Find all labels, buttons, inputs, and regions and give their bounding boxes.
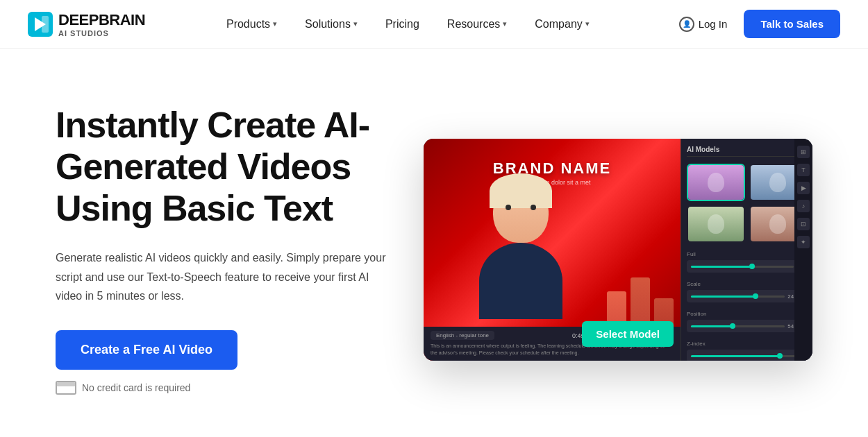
deepbrain-logo-icon bbox=[28, 12, 53, 37]
hero-description: Generate realistic AI videos quickly and… bbox=[56, 248, 389, 305]
credit-card-icon bbox=[56, 381, 76, 395]
select-model-button[interactable]: Select Model bbox=[582, 321, 674, 347]
position-control: 54 54 bbox=[687, 320, 807, 332]
logo-text-sub: AI STUDIOS bbox=[58, 29, 145, 37]
tool-icon-2[interactable]: T bbox=[797, 164, 810, 176]
ai-avatar bbox=[465, 180, 576, 319]
ai-models-panel: AI Models Full bbox=[681, 139, 812, 361]
tool-icon-6[interactable]: ✦ bbox=[797, 236, 810, 248]
nav-item-products[interactable]: Products ▾ bbox=[214, 12, 290, 36]
model-grid bbox=[687, 164, 807, 243]
scale-label: Scale bbox=[687, 281, 807, 287]
logo-text-main: DEEPBRAIN bbox=[58, 11, 145, 29]
login-button[interactable]: 👤 Log In bbox=[671, 11, 736, 37]
panel-full-section: Full 54 bbox=[687, 251, 807, 273]
language-pill: English - regular tone bbox=[431, 331, 494, 340]
zindex-label: Z-index bbox=[687, 341, 807, 347]
user-icon: 👤 bbox=[679, 17, 694, 32]
talk-to-sales-button[interactable]: Talk to Sales bbox=[744, 10, 840, 38]
full-control: 54 bbox=[687, 260, 807, 273]
nav-links: Products ▾ Solutions ▾ Pricing Resources… bbox=[214, 12, 602, 36]
zindex-control bbox=[687, 350, 807, 361]
chevron-down-icon: ▾ bbox=[353, 19, 358, 28]
panel-zindex-section: Z-index bbox=[687, 341, 807, 361]
product-screenshot: BRAND NAME Lorem ipsum dolor sit a met bbox=[424, 139, 812, 361]
panel-scale-section: Scale 24 24 bbox=[687, 281, 807, 302]
svg-rect-2 bbox=[42, 16, 49, 33]
tool-icon-3[interactable]: ▶ bbox=[797, 182, 810, 194]
model-thumb-3[interactable] bbox=[687, 205, 745, 243]
panel-title: AI Models bbox=[687, 146, 807, 157]
tool-icon-4[interactable]: ♪ bbox=[797, 200, 810, 212]
tool-icon-1[interactable]: ⊞ bbox=[797, 146, 810, 158]
chevron-down-icon: ▾ bbox=[585, 19, 590, 28]
hero-right: BRAND NAME Lorem ipsum dolor sit a met bbox=[424, 139, 812, 361]
nav-right: 👤 Log In Talk to Sales bbox=[671, 10, 840, 38]
brand-name-overlay: BRAND NAME bbox=[424, 160, 681, 178]
model-thumb-1[interactable] bbox=[687, 164, 745, 201]
nav-item-pricing[interactable]: Pricing bbox=[373, 12, 432, 36]
avatar-body bbox=[479, 243, 562, 319]
logo[interactable]: DEEPBRAIN AI STUDIOS bbox=[28, 11, 145, 37]
nav-item-resources[interactable]: Resources ▾ bbox=[435, 12, 519, 36]
position-label: Position bbox=[687, 311, 807, 317]
nav-item-company[interactable]: Company ▾ bbox=[522, 12, 601, 36]
no-credit-label: No credit card is required bbox=[56, 381, 417, 395]
panel-position-section: Position 54 54 bbox=[687, 311, 807, 332]
scale-control: 24 24 bbox=[687, 290, 807, 302]
hero-section: Instantly Create AI-Generated Videos Usi… bbox=[0, 49, 868, 437]
full-label: Full bbox=[687, 251, 807, 257]
tool-icon-5[interactable]: ⊡ bbox=[797, 218, 810, 230]
navbar: DEEPBRAIN AI STUDIOS Products ▾ Solution… bbox=[0, 0, 868, 49]
chevron-down-icon: ▾ bbox=[273, 19, 277, 28]
hero-left: Instantly Create AI-Generated Videos Usi… bbox=[56, 105, 417, 395]
nav-item-solutions[interactable]: Solutions ▾ bbox=[292, 12, 370, 36]
hero-title: Instantly Create AI-Generated Videos Usi… bbox=[56, 105, 417, 229]
tool-icon-column: ⊞ T ▶ ♪ ⊡ ✦ bbox=[794, 139, 812, 361]
avatar-head bbox=[493, 180, 549, 243]
chevron-down-icon: ▾ bbox=[503, 19, 507, 28]
create-free-video-button[interactable]: Create a Free AI Video bbox=[56, 330, 237, 370]
video-preview-area: BRAND NAME Lorem ipsum dolor sit a met bbox=[424, 139, 681, 361]
